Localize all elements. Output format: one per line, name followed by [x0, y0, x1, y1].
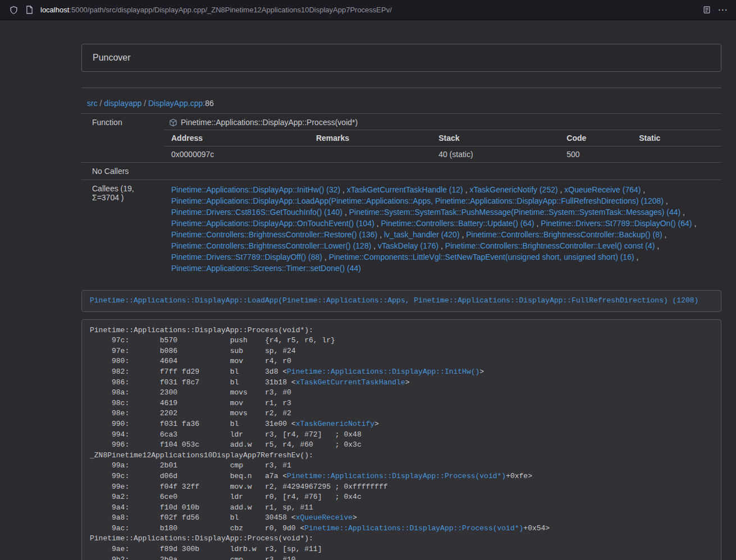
callee-separator: ,: [664, 196, 668, 205]
asm-line: 9a2: 6ce0 ldr r0, [r4, #76] ; 0x4c: [90, 493, 362, 501]
asm-line: 9a4: f10d 010b add.w r1, sp, #11: [90, 503, 313, 512]
asm-line: Pinetime::Applications::DisplayApp::Proc…: [90, 326, 313, 334]
asm-line: 97c: b570 push {r4, r5, r6, lr}: [90, 336, 335, 345]
callee-link[interactable]: Pinetime::Drivers::Cst816S::GetTouchInfo…: [171, 208, 342, 217]
col-address: Address: [164, 130, 309, 146]
breadcrumb-link[interactable]: DisplayApp.cpp:: [148, 99, 205, 108]
asm-line: 98e: 2202 movs r2, #2: [90, 409, 291, 417]
callee-link[interactable]: Pinetime::Applications::DisplayApp::OnTo…: [171, 219, 374, 228]
cell-address: 0x0000097c: [164, 146, 309, 163]
callees-row: Callees (19, Σ=3704 ) Pinetime::Applicat…: [81, 180, 721, 278]
signature-box: Pinetime::Applications::DisplayApp::Load…: [81, 290, 721, 312]
callee-separator: ,: [680, 208, 685, 217]
app-header: Puncover: [81, 44, 721, 72]
url-path: :5000/path/src/displayapp/DisplayApp.cpp…: [69, 6, 392, 14]
asm-line: 99e: f04f 32ff mov.w r2, #4294967295 ; 0…: [90, 483, 388, 491]
asm-symbol-link[interactable]: xTaskGenericNotify: [296, 420, 374, 428]
callee-separator: ,: [322, 253, 329, 261]
asm-line: 9a8: f02f fd56 bl 30458 <xQueueReceive>: [90, 513, 357, 522]
asm-line: 97e: b086 sub sp, #24: [90, 347, 296, 355]
callee-link[interactable]: vTaskDelay (176): [378, 241, 438, 250]
callee-link[interactable]: Pinetime::Controllers::BrightnessControl…: [171, 230, 377, 239]
breadcrumb-links: src / displayapp / DisplayApp.cpp:: [87, 99, 205, 108]
asm-line: 980: 4604 mov r4, r0: [90, 357, 291, 365]
asm-symbol-link[interactable]: xTaskGetCurrentTaskHandle: [296, 378, 405, 387]
asm-line: 9ae: f89d 300b ldrb.w r3, [sp, #11]: [90, 545, 322, 553]
function-icon: [169, 118, 177, 127]
asm-line: 990: f031 fa36 bl 31e00 <xTaskGenericNot…: [90, 420, 379, 428]
stats-header-row: Address Remarks Stack Code Static: [164, 130, 721, 146]
shield-icon[interactable]: [6, 2, 21, 18]
callee-separator: ,: [655, 241, 659, 250]
function-stats-table: Address Remarks Stack Code Static 0x0000…: [164, 130, 721, 162]
callee-link[interactable]: xQueueReceive (764): [564, 185, 641, 194]
cell-static: [632, 146, 721, 163]
callee-link[interactable]: Pinetime::Controllers::BrightnessControl…: [445, 241, 655, 250]
col-static: Static: [632, 130, 721, 146]
breadcrumb-link[interactable]: displayapp: [104, 99, 141, 108]
asm-line: 9ac: b180 cbz r0, 9d0 <Pinetime::Applica…: [90, 524, 550, 533]
cell-stack: 40 (static): [432, 146, 560, 163]
page-container: Puncover src / displayapp / DisplayApp.c…: [81, 44, 721, 560]
callee-separator: ,: [634, 253, 639, 261]
callees-list: Pinetime::Applications::DisplayApp::Init…: [164, 180, 721, 278]
callee-link[interactable]: Pinetime::Components::LittleVgl::SetNewT…: [329, 253, 634, 261]
no-callers-row: No Callers: [81, 163, 721, 180]
url-text[interactable]: localhost:5000/path/src/displayapp/Displ…: [40, 6, 392, 14]
breadcrumb-link[interactable]: src: [87, 99, 98, 108]
asm-line: 99a: 2b01 cmp r3, #1: [90, 461, 291, 470]
asm-line: 994: 6ca3 ldr r3, [r4, #72] ; 0x48: [90, 430, 362, 439]
callee-link[interactable]: Pinetime::Controllers::Battery::Update()…: [381, 219, 534, 228]
function-name: Pinetime::Applications::DisplayApp::Proc…: [181, 118, 358, 127]
callee-link[interactable]: xTaskGetCurrentTaskHandle (12): [347, 185, 463, 194]
asm-line: Pinetime::Applications::DisplayApp::Proc…: [90, 534, 313, 543]
no-callers-empty-cell: [164, 163, 721, 180]
breadcrumb-separator: /: [98, 99, 104, 108]
callee-separator: ,: [662, 230, 667, 239]
function-head: Pinetime::Applications::DisplayApp::Proc…: [164, 114, 721, 130]
callee-link[interactable]: lv_task_handler (420): [384, 230, 460, 239]
breadcrumb: src / displayapp / DisplayApp.cpp:86: [81, 88, 721, 113]
callee-link[interactable]: Pinetime::Drivers::St7789::DisplayOn() (…: [541, 219, 692, 228]
asm-line: 9b2: 2b0a cmp r3, #10: [90, 556, 296, 560]
asm-symbol-link[interactable]: Pinetime::Applications::DisplayApp::Init…: [287, 368, 479, 376]
page-actions-menu-icon[interactable]: ⋯: [715, 2, 730, 18]
function-table: Function Pinetime::Applications::Display…: [81, 113, 721, 278]
cell-code: 500: [560, 146, 632, 163]
url-domain: localhost: [40, 6, 69, 14]
callee-link[interactable]: Pinetime::Controllers::BrightnessControl…: [171, 241, 371, 250]
col-stack: Stack: [432, 130, 560, 146]
asm-line: 996: f104 053c add.w r5, r4, #60 ; 0x3c: [90, 440, 362, 449]
callee-link[interactable]: Pinetime::Applications::DisplayApp::Init…: [171, 185, 340, 194]
brand-link[interactable]: Puncover: [93, 53, 131, 62]
asm-line: 986: f031 f8c7 bl 31b18 <xTaskGetCurrent…: [90, 378, 410, 387]
asm-line: 98a: 2300 movs r3, #0: [90, 388, 291, 397]
callees-label: Callees (19, Σ=3704 ): [81, 180, 164, 278]
callee-link[interactable]: Pinetime::Drivers::St7789::DisplayOff() …: [171, 253, 322, 261]
function-cell: Pinetime::Applications::DisplayApp::Proc…: [164, 114, 721, 163]
callee-separator: ,: [463, 185, 470, 194]
callee-link[interactable]: Pinetime::Applications::Screens::Timer::…: [171, 264, 361, 273]
asm-line: 982: f7ff fd29 bl 3d8 <Pinetime::Applica…: [90, 368, 484, 376]
col-remarks: Remarks: [309, 130, 432, 146]
callee-link[interactable]: Pinetime::System::SystemTask::PushMessag…: [349, 208, 681, 217]
callee-separator: ,: [342, 208, 349, 217]
callee-separator: ,: [438, 241, 445, 250]
stats-value-row: 0x0000097c 40 (static) 500: [164, 146, 721, 163]
callee-separator: ,: [371, 241, 378, 250]
callee-link[interactable]: Pinetime::Applications::DisplayApp::Load…: [171, 196, 664, 205]
asm-symbol-link[interactable]: Pinetime::Applications::DisplayApp::Proc…: [287, 472, 506, 480]
asm-symbol-link[interactable]: Pinetime::Applications::DisplayApp::Proc…: [304, 524, 523, 533]
asm-symbol-link[interactable]: xQueueReceive: [296, 513, 353, 522]
page-identity-icon[interactable]: [21, 2, 37, 18]
browser-toolbar: localhost:5000/path/src/displayapp/Displ…: [0, 0, 736, 20]
disassembly: Pinetime::Applications::DisplayApp::Proc…: [81, 319, 721, 560]
callee-link[interactable]: xTaskGenericNotify (252): [469, 185, 557, 194]
callee-separator: ,: [460, 230, 467, 239]
callee-separator: ,: [340, 185, 347, 194]
function-label: Function: [81, 114, 164, 163]
signature-link[interactable]: Pinetime::Applications::DisplayApp::Load…: [90, 296, 698, 305]
reader-mode-icon[interactable]: [699, 2, 715, 18]
callee-link[interactable]: Pinetime::Controllers::BrightnessControl…: [466, 230, 662, 239]
callee-separator: ,: [374, 219, 381, 228]
